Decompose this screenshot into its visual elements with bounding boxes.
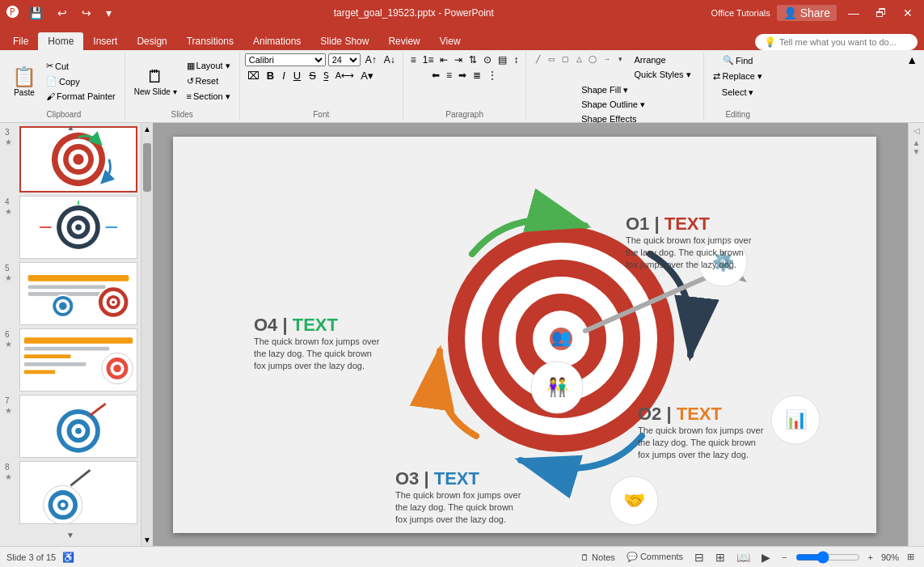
vertical-scrollbar[interactable]: ▲ ▼ (141, 123, 153, 546)
tab-insert[interactable]: Insert (83, 32, 127, 50)
round-rect-shape[interactable]: ▢ (559, 53, 572, 65)
office-tutorials-link[interactable]: Office Tutorials (711, 8, 770, 18)
zoom-in-button[interactable]: + (865, 552, 876, 563)
paragraph-row1: ≡ 1≡ ⇤ ⇥ ⇅ ⊙ ▤ ↕ (408, 53, 521, 66)
find-button[interactable]: 🔍 Find (719, 53, 757, 67)
right-scroll-up[interactable]: ▲ (909, 138, 924, 147)
tell-me-input[interactable]: 💡 (755, 34, 918, 50)
slide-thumb-4[interactable]: 4 ★ (19, 196, 137, 259)
underline-button[interactable]: U (290, 69, 304, 83)
zoom-out-button[interactable]: − (778, 552, 790, 563)
restore-button[interactable]: 🗗 (871, 5, 892, 21)
comments-button[interactable]: 💬 Comments (623, 551, 686, 563)
numbering-button[interactable]: 1≡ (420, 53, 437, 66)
section-button[interactable]: ≡ Section ▾ (183, 90, 234, 104)
italic-button[interactable]: I (279, 69, 289, 83)
right-scroll-down[interactable]: ▼ (909, 147, 924, 156)
new-slide-icon: 🗒 (146, 66, 164, 87)
font-size-select[interactable]: 24 (328, 53, 361, 66)
tab-review[interactable]: Review (378, 32, 429, 50)
triangle-shape[interactable]: △ (572, 53, 585, 65)
new-slide-button[interactable]: 🗒 New Slide ▾ (130, 64, 181, 99)
copy-button[interactable]: 📄 Copy (42, 74, 120, 88)
arrow-shape[interactable]: → (600, 53, 613, 65)
slide-thumb-5[interactable]: 5 ★ (19, 262, 137, 325)
align-right-button[interactable]: ➡ (456, 69, 469, 82)
right-collapse-button[interactable]: ◁ (909, 123, 924, 138)
share-button[interactable]: 👤 Share (777, 5, 837, 21)
scroll-thumb[interactable] (143, 143, 151, 192)
tell-me-field[interactable] (779, 37, 909, 47)
convert-smartart-button[interactable]: ⊙ (481, 53, 494, 66)
scroll-up-arrow[interactable]: ▲ (141, 123, 153, 135)
slide-thumb-6[interactable]: 6 ★ (19, 328, 137, 391)
oval-shape[interactable]: ◯ (586, 53, 599, 65)
zoom-slider[interactable] (795, 551, 860, 564)
increase-indent-button[interactable]: ⇥ (452, 53, 465, 66)
tab-animations[interactable]: Animations (243, 32, 310, 50)
slide-num-4: 4 (5, 197, 10, 206)
align-left-button[interactable]: ⬅ (429, 69, 442, 82)
customize-qat-button[interactable]: ▾ (101, 5, 116, 21)
scroll-up-button[interactable]: ▲ (67, 123, 75, 132)
bullets-button[interactable]: ≡ (408, 53, 419, 66)
arrange-button[interactable]: Arrange (630, 53, 694, 66)
font-color-button[interactable]: A▾ (358, 69, 376, 83)
select-button[interactable]: Select ▾ (718, 86, 758, 99)
tab-design[interactable]: Design (127, 32, 176, 50)
tab-transitions[interactable]: Transitions (177, 32, 243, 50)
view-normal-button[interactable]: ⊟ (691, 550, 707, 565)
line-spacing-button[interactable]: ↕ (511, 53, 521, 66)
rect-shape[interactable]: ▭ (545, 53, 558, 65)
quick-styles-button[interactable]: Quick Styles ▾ (630, 68, 694, 82)
shape-fill-button[interactable]: Shape Fill ▾ (577, 83, 649, 97)
minimize-button[interactable]: — (843, 5, 864, 21)
paste-button[interactable]: 📋 Paste (8, 63, 40, 99)
fit-slide-button[interactable]: ⊞ (904, 551, 918, 563)
powerpoint-logo-icon: 🅟 (6, 6, 19, 20)
clipboard-small-btns: ✂ Cut 📄 Copy 🖌 Format Painter (42, 59, 120, 103)
layout-button[interactable]: ▦ Layout ▾ (183, 59, 234, 73)
close-button[interactable]: ✕ (898, 5, 918, 21)
shape-outline-button[interactable]: Shape Outline ▾ (577, 98, 649, 112)
slide-thumb-7[interactable]: 7 ★ (19, 395, 137, 458)
redo-button[interactable]: ↪ (77, 5, 96, 21)
justify-button[interactable]: ≣ (470, 69, 483, 82)
tab-home[interactable]: Home (38, 32, 83, 50)
save-button[interactable]: 💾 (24, 5, 48, 21)
decrease-indent-button[interactable]: ⇤ (437, 53, 450, 66)
tab-file[interactable]: File (3, 32, 38, 50)
slide-thumb-8[interactable]: 8 ★ (19, 461, 137, 524)
bold-button[interactable]: B (264, 69, 277, 83)
tab-view[interactable]: View (430, 32, 470, 50)
thumb-svg-4 (20, 196, 137, 259)
strikethrough-button[interactable]: S (306, 69, 319, 83)
font-name-select[interactable]: Calibri (245, 53, 326, 66)
collapse-ribbon-button[interactable]: ▲ (903, 52, 921, 68)
format-painter-button[interactable]: 🖌 Format Painter (42, 90, 120, 103)
scroll-down-arrow[interactable]: ▼ (141, 534, 153, 546)
replace-button[interactable]: ⇄ Replace ▾ (709, 70, 766, 83)
shadow-button[interactable]: S̲ (321, 70, 331, 82)
cut-button[interactable]: ✂ Cut (42, 59, 120, 73)
align-text-button[interactable]: ⋮ (485, 69, 500, 82)
clear-format-button[interactable]: ⌧ (245, 69, 262, 83)
scroll-down-button[interactable]: ▼ (3, 531, 137, 539)
view-reading-button[interactable]: 📖 (733, 550, 753, 565)
view-slide-sorter-button[interactable]: ⊞ (712, 550, 728, 565)
more-shapes[interactable]: ▾ (614, 53, 627, 65)
columns-button[interactable]: ▤ (496, 53, 509, 66)
char-spacing-button[interactable]: A⟷ (333, 70, 357, 82)
text-direction-button[interactable]: ⇅ (466, 53, 479, 66)
line-shape[interactable]: ╱ (531, 53, 544, 65)
decrease-font-button[interactable]: A↓ (382, 53, 398, 66)
slide-thumb-3[interactable]: 3 ★ (19, 126, 137, 193)
view-slideshow-button[interactable]: ▶ (758, 550, 774, 565)
increase-font-button[interactable]: A↑ (363, 53, 379, 66)
notes-button[interactable]: 🗒 Notes (577, 552, 618, 563)
tab-slideshow[interactable]: Slide Show (310, 32, 378, 50)
shapes-row: ╱ ▭ ▢ △ ◯ → ▾ Arrange Quick Styles ▾ (531, 53, 694, 82)
undo-button[interactable]: ↩ (53, 5, 72, 21)
reset-button[interactable]: ↺ Reset (183, 74, 234, 88)
align-center-button[interactable]: ≡ (444, 69, 454, 82)
